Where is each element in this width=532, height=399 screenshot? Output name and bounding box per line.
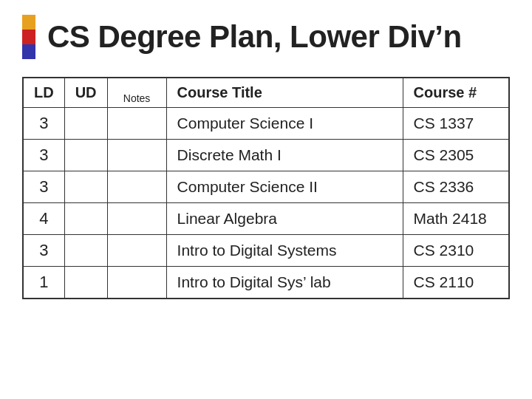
cell-ld: 3 <box>23 235 64 267</box>
logo-mid <box>22 30 35 44</box>
logo-bot <box>22 44 35 59</box>
cell-title: Linear Algebra <box>166 203 403 235</box>
cell-course: CS 2336 <box>403 171 509 203</box>
table-row: 3Intro to Digital SystemsCS 2310 <box>23 235 509 267</box>
cell-course: CS 1337 <box>403 108 509 140</box>
table-row: 3Computer Science ICS 1337 <box>23 108 509 140</box>
cell-course: CS 2305 <box>403 140 509 171</box>
cell-notes <box>107 108 166 140</box>
cell-title: Computer Science I <box>166 108 403 140</box>
logo-top <box>22 15 35 30</box>
table-row: 1Intro to Digital Sys’ labCS 2110 <box>23 267 509 299</box>
page-title: CS Degree Plan, Lower Div’n <box>47 19 462 55</box>
header-ud: UD <box>64 78 107 108</box>
cell-ld: 3 <box>23 108 64 140</box>
cell-ud <box>64 203 107 235</box>
cell-title: Intro to Digital Sys’ lab <box>166 267 403 299</box>
cell-title: Computer Science II <box>166 171 403 203</box>
table-row: 3Discrete Math ICS 2305 <box>23 140 509 171</box>
cell-notes <box>107 267 166 299</box>
cell-ud <box>64 108 107 140</box>
header-area: CS Degree Plan, Lower Div’n <box>22 15 510 59</box>
header-ld: LD <box>23 78 64 108</box>
cell-ud <box>64 235 107 267</box>
table-row: 4Linear AlgebraMath 2418 <box>23 203 509 235</box>
cell-course: Math 2418 <box>403 203 509 235</box>
cell-notes <box>107 171 166 203</box>
cell-ld: 3 <box>23 140 64 171</box>
header-notes: Notes <box>107 78 166 108</box>
table-row: 3Computer Science IICS 2336 <box>23 171 509 203</box>
cell-ud <box>64 267 107 299</box>
cell-ud <box>64 171 107 203</box>
cell-title: Discrete Math I <box>166 140 403 171</box>
cell-ld: 1 <box>23 267 64 299</box>
cell-notes <box>107 235 166 267</box>
cell-notes <box>107 203 166 235</box>
cell-course: CS 2310 <box>403 235 509 267</box>
cell-notes <box>107 140 166 171</box>
degree-plan-table: LD UD Notes Course Title Course # 3Compu… <box>22 77 510 299</box>
header-course-num: Course # <box>403 78 509 108</box>
header-course-title: Course Title <box>166 78 403 108</box>
cell-title: Intro to Digital Systems <box>166 235 403 267</box>
cell-course: CS 2110 <box>403 267 509 299</box>
table-header-row: LD UD Notes Course Title Course # <box>23 78 509 108</box>
cell-ld: 4 <box>23 203 64 235</box>
cell-ud <box>64 140 107 171</box>
cell-ld: 3 <box>23 171 64 203</box>
slide-container: CS Degree Plan, Lower Div’n LD UD Notes … <box>0 0 532 399</box>
logo-mark <box>22 15 35 59</box>
